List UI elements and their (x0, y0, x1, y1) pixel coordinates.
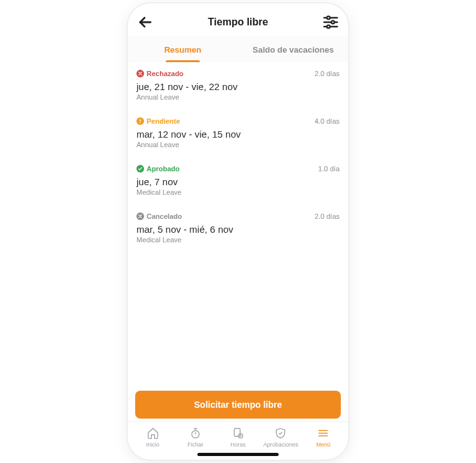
request-leave-type: Medical Leave (136, 188, 340, 196)
request-leave-type: Annual Leave (136, 93, 340, 101)
request-item[interactable]: Rechazado2.0 díasjue, 21 nov - vie, 22 n… (128, 62, 348, 110)
menu-icon (317, 427, 329, 440)
nav-clockin-label: Fichar (187, 441, 203, 448)
cancelado-icon (136, 212, 144, 220)
arrow-left-icon (136, 13, 154, 31)
request-item[interactable]: Pendiente4.0 díasmar, 12 nov - vie, 15 n… (128, 110, 348, 157)
hours-icon (232, 427, 244, 440)
request-header-row: Rechazado2.0 días (136, 70, 340, 77)
svg-point-5 (327, 25, 330, 29)
tab-balance[interactable]: Saldo de vacaciones (238, 36, 348, 62)
nav-hours[interactable]: Horas (216, 427, 259, 448)
status-label: Pendiente (147, 117, 180, 125)
app-screen: Tiempo libre Resumen Saldo de vacaciones… (128, 3, 348, 460)
nav-approvals-label: Aprobaciones (263, 441, 298, 448)
request-header-row: Cancelado2.0 días (136, 212, 340, 220)
request-item[interactable]: Aprobado1.0 díajue, 7 novMedical Leave (128, 157, 348, 205)
svg-rect-9 (140, 122, 141, 124)
svg-rect-8 (140, 119, 141, 122)
bottom-nav: Inicio Fichar Horas Aprobaciones Menú (128, 421, 348, 449)
aprobado-icon (136, 165, 144, 173)
request-days: 2.0 días (315, 70, 340, 77)
nav-hours-label: Horas (230, 441, 246, 448)
request-leave-type: Annual Leave (136, 141, 340, 148)
back-button[interactable] (136, 13, 154, 31)
status-badge: Rechazado (136, 70, 183, 77)
svg-rect-13 (234, 429, 240, 437)
request-days: 1.0 día (318, 165, 340, 173)
request-header-row: Pendiente4.0 días (136, 117, 340, 125)
nav-home-label: Inicio (146, 441, 159, 448)
request-date-range: mar, 12 nov - vie, 15 nov (136, 129, 340, 140)
sliders-icon (322, 13, 340, 31)
status-badge: Pendiente (136, 117, 180, 125)
request-date-range: mar, 5 nov - mié, 6 nov (136, 224, 340, 235)
status-badge: Aprobado (136, 165, 180, 173)
filter-button[interactable] (322, 13, 340, 31)
request-days: 4.0 días (315, 117, 340, 125)
nav-menu-label: Menú (316, 441, 331, 448)
request-header-row: Aprobado1.0 día (136, 165, 340, 173)
svg-point-3 (331, 21, 334, 24)
request-list: Rechazado2.0 díasjue, 21 nov - vie, 22 n… (128, 62, 348, 384)
request-date-range: jue, 7 nov (136, 176, 340, 187)
footer: Solicitar tiempo libre (128, 384, 348, 421)
nav-approvals[interactable]: Aprobaciones (260, 427, 302, 448)
status-label: Cancelado (147, 212, 182, 220)
home-icon (147, 427, 159, 440)
request-leave-type: Medical Leave (136, 236, 340, 244)
request-days: 2.0 días (315, 212, 340, 220)
shield-check-icon (274, 427, 287, 440)
svg-point-1 (327, 16, 330, 20)
status-label: Aprobado (147, 165, 180, 173)
request-time-off-button[interactable]: Solicitar tiempo libre (135, 391, 341, 419)
home-indicator (197, 453, 279, 456)
request-date-range: jue, 21 nov - vie, 22 nov (136, 81, 340, 92)
page-title: Tiempo libre (208, 16, 268, 28)
stopwatch-icon (189, 427, 202, 440)
nav-clockin[interactable]: Fichar (174, 427, 216, 448)
nav-home[interactable]: Inicio (131, 427, 174, 448)
tabs: Resumen Saldo de vacaciones (128, 36, 348, 62)
status-badge: Cancelado (136, 212, 182, 220)
tab-summary[interactable]: Resumen (128, 36, 238, 62)
status-label: Rechazado (147, 70, 183, 77)
header: Tiempo libre (128, 3, 348, 36)
pendiente-icon (136, 117, 144, 125)
request-item[interactable]: Cancelado2.0 díasmar, 5 nov - mié, 6 nov… (128, 205, 348, 252)
rechazado-icon (136, 70, 144, 77)
nav-menu[interactable]: Menú (302, 427, 345, 448)
